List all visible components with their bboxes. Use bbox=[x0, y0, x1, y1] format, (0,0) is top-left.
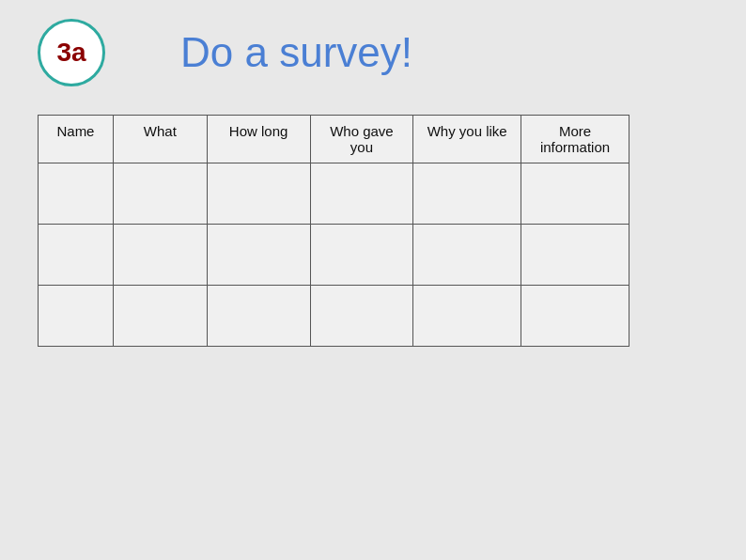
cell bbox=[521, 163, 629, 225]
cell bbox=[39, 163, 114, 225]
cell bbox=[207, 286, 310, 347]
col-header-howlong: How long bbox=[207, 116, 310, 163]
col-header-name: Name bbox=[39, 116, 114, 163]
cell bbox=[113, 163, 207, 225]
table-row bbox=[39, 163, 629, 225]
table-row bbox=[39, 225, 629, 286]
col-header-whylike: Why you like bbox=[413, 116, 521, 163]
col-header-more: More information bbox=[521, 116, 629, 163]
cell bbox=[207, 163, 310, 225]
survey-table: Name What How long Who gave you Why you … bbox=[38, 115, 629, 347]
cell bbox=[113, 286, 207, 347]
cell bbox=[207, 225, 310, 286]
cell bbox=[113, 225, 207, 286]
col-header-what: What bbox=[113, 116, 207, 163]
cell bbox=[413, 225, 521, 286]
cell bbox=[39, 225, 114, 286]
page-title: Do a survey! bbox=[180, 29, 412, 76]
cell bbox=[310, 286, 413, 347]
cell bbox=[521, 225, 629, 286]
cell bbox=[413, 286, 521, 347]
table-container: Name What How long Who gave you Why you … bbox=[38, 115, 708, 347]
step-badge: 3a bbox=[38, 19, 105, 86]
cell bbox=[310, 225, 413, 286]
table-row bbox=[39, 286, 629, 347]
cell bbox=[521, 286, 629, 347]
page-container: 3a Do a survey! Name What How long Who g… bbox=[0, 0, 746, 560]
cell bbox=[310, 163, 413, 225]
table-header-row: Name What How long Who gave you Why you … bbox=[39, 116, 629, 163]
cell bbox=[413, 163, 521, 225]
step-badge-text: 3a bbox=[56, 38, 85, 68]
header-area: 3a Do a survey! bbox=[0, 0, 746, 96]
col-header-whogave: Who gave you bbox=[310, 116, 413, 163]
cell bbox=[39, 286, 114, 347]
